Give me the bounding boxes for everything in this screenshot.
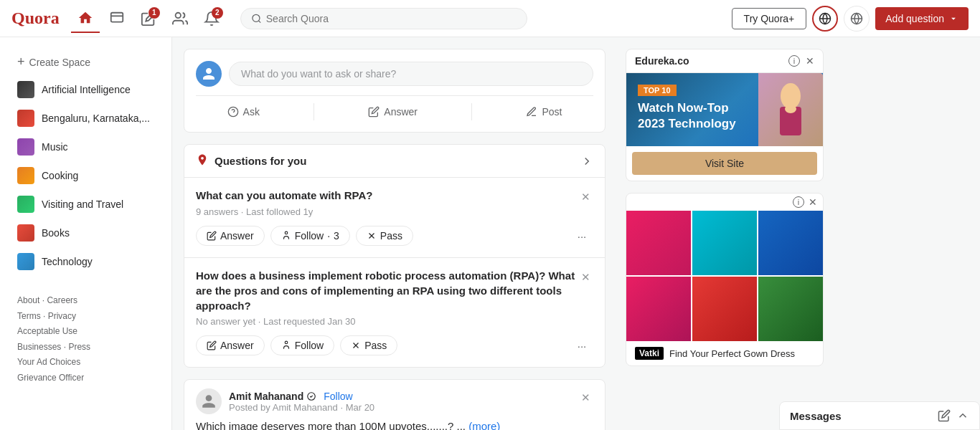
globe-icon [819,12,831,25]
post-header: Amit Mahanand Follow Posted by Amit Maha… [184,380,605,420]
ad-info-button[interactable]: i [788,55,800,67]
q1-answer-button[interactable]: Answer [196,226,265,246]
q1-more-button[interactable]: ··· [570,224,593,247]
books-avatar [17,224,34,242]
quora-logo[interactable]: Quora [11,9,60,28]
fashion-ad-close[interactable]: ✕ [809,196,817,208]
edureka-ad: Edureka.co i ✕ TOP 10 Watch Now-Top 2023… [626,49,824,181]
ask-input-field[interactable]: What do you want to ask or share? [229,62,593,86]
svg-point-10 [285,341,288,344]
user-icon [202,67,216,81]
q1-actions: Answer Follow · 3 Pass ··· [196,224,593,247]
nav-write[interactable]: 1 [134,4,163,33]
answer-icon [368,106,380,118]
svg-point-1 [175,12,180,17]
footer-grievance[interactable]: Grievance Officer [17,373,84,383]
question-item-1: What can you automate with RPA? ✕ 9 answ… [184,178,605,258]
search-icon [251,13,262,24]
fashion-img-3 [758,211,823,275]
woman-illustration [769,82,812,146]
q1-follow-button[interactable]: Follow · 3 [270,226,350,246]
right-sidebar: Edureka.co i ✕ TOP 10 Watch Now-Top 2023… [617,37,832,430]
sidebar-item-ai[interactable]: Artificial Intelligence [9,75,163,104]
pencil-icon [207,231,217,241]
try-quora-button[interactable]: Try Quora+ [732,8,807,29]
search-input[interactable] [266,13,517,24]
ask-actions: Ask Answer Post [196,95,593,120]
ad-header: Edureka.co i ✕ [626,49,823,73]
x-icon [367,231,377,241]
post-content: Which image deserves more than 100M upvo… [184,420,605,430]
search-bar[interactable] [240,8,527,29]
q1-pass-button[interactable]: Pass [356,226,413,246]
close-post-button[interactable]: ✕ [578,388,593,407]
q2-pass-button[interactable]: Pass [340,335,397,355]
question-item-2: How does a business implement robotic pr… [184,258,605,367]
ask-button[interactable]: Ask [219,103,268,120]
footer-press[interactable]: Press [68,342,90,352]
bengaluru-avatar [17,110,34,127]
post-button[interactable]: Post [517,103,570,120]
post-more-link[interactable]: (more) [468,420,500,430]
fashion-footer: Vatki Find Your Perfect Gown Dress [626,341,823,366]
q2-follow-button[interactable]: Follow [270,335,334,355]
follow-icon [281,231,291,241]
create-space-item[interactable]: + Create Space [9,49,163,75]
collapse-messages-icon[interactable] [956,409,969,422]
fashion-img-6 [758,277,823,341]
fashion-ad-info[interactable]: i [793,196,804,208]
sidebar-item-bengaluru[interactable]: Bengaluru, Karnataka,... [9,104,163,133]
music-avatar [17,138,34,156]
sidebar-item-technology[interactable]: Technology [9,247,163,276]
divider2 [471,103,472,120]
nav-notifications[interactable]: 2 [197,4,226,33]
footer-acceptable-use[interactable]: Acceptable Use [17,326,77,336]
fashion-img-5 [692,277,757,341]
answer-button[interactable]: Answer [359,103,426,120]
ad-close-button[interactable]: ✕ [806,55,814,67]
follow-icon-2 [281,340,291,350]
nav-home[interactable] [71,4,100,33]
nav-people[interactable] [166,4,194,33]
footer-careers[interactable]: Careers [47,295,77,305]
compose-message-icon[interactable] [938,409,951,422]
sidebar-item-visiting[interactable]: Visiting and Travel [9,190,163,219]
header-actions: Try Quora+ Add question [732,6,969,32]
q2-answer-button[interactable]: Answer [196,335,265,355]
cooking-avatar [17,167,34,184]
sidebar-item-music[interactable]: Music [9,133,163,161]
q2-more-button[interactable]: ··· [570,334,593,357]
footer-about[interactable]: About [17,295,39,305]
footer-terms[interactable]: Terms [17,311,41,321]
sidebar-footer: About · Careers Terms · Privacy Acceptab… [9,293,163,386]
fashion-img-4 [626,277,691,341]
footer-businesses[interactable]: Businesses [17,342,61,352]
x-icon-2 [351,340,361,350]
close-q1-button[interactable]: ✕ [578,188,593,206]
header: Quora 1 2 Try Quora+ [0,0,980,37]
fashion-img-2 [692,211,757,275]
post-card: Amit Mahanand Follow Posted by Amit Maha… [184,379,606,430]
sidebar-item-cooking[interactable]: Cooking [9,161,163,190]
sidebar-item-books[interactable]: Books [9,219,163,247]
svg-point-7 [285,231,288,234]
verified-icon [306,391,316,401]
questions-card: Questions for you What can you automate … [184,144,606,368]
post-icon [526,106,537,118]
language-icon [850,12,863,25]
nav-answer[interactable] [103,4,131,33]
author-avatar [196,388,222,414]
footer-privacy[interactable]: Privacy [48,311,76,321]
questions-header[interactable]: Questions for you [184,145,605,178]
visiting-avatar [17,196,34,213]
language-button[interactable] [844,6,870,32]
footer-ad-choices[interactable]: Your Ad Choices [17,357,80,367]
ask-icon [227,106,239,118]
add-question-button[interactable]: Add question [875,7,969,30]
globe-active-icon[interactable] [812,6,838,32]
post-follow-button[interactable]: Follow [324,391,352,402]
left-sidebar: + Create Space Artificial Intelligence B… [0,37,172,430]
pencil-icon-2 [207,340,217,350]
close-q2-button[interactable]: ✕ [578,268,593,287]
ad-visit-button[interactable]: Visit Site [632,152,817,175]
